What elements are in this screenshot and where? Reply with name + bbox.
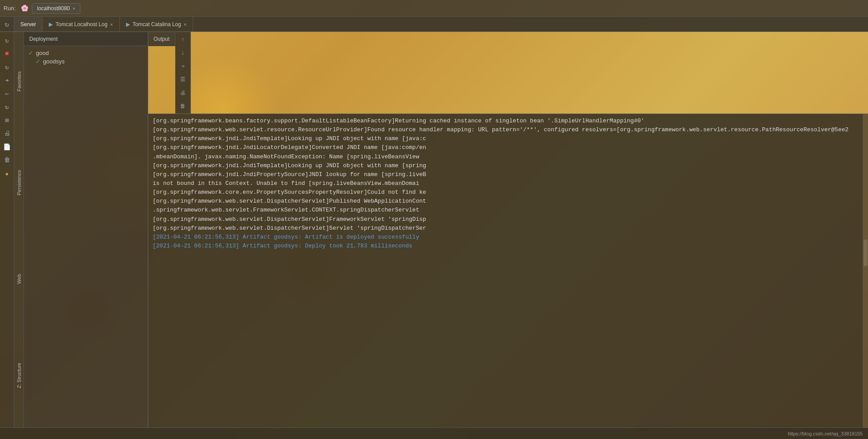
output-header-row: Output ↑ ↓ ⇒ ☰ 🖨 🗑	[148, 32, 868, 114]
icon-pin[interactable]: ★	[1, 168, 13, 179]
status-bar: https://blog.csdn.net/qq_33818155	[0, 427, 868, 439]
log-line: [org.springframework.web.servlet.Dispatc…	[153, 224, 858, 233]
log-line: [org.springframework.web.servlet.Dispatc…	[153, 215, 858, 224]
log-line: .springframework.web.servlet.FrameworkSe…	[153, 206, 858, 215]
out-toolbar-print[interactable]: 🖨	[177, 87, 189, 98]
out-toolbar-wrap[interactable]: ⇒	[177, 60, 189, 72]
left-icons: ↻ ■ ↻ ➜ ⇐ ↻ ⊞ 🖨 📄 🗑 ★	[0, 32, 14, 427]
icon-stop[interactable]: ■	[1, 48, 13, 59]
log-line: is not bound in this Context. Unable to …	[153, 179, 858, 188]
output-panel: Output ↑ ↓ ⇒ ☰ 🖨 🗑 [org.springframework.…	[148, 32, 868, 427]
sidebar-label-structure[interactable]: Z: Structure	[16, 359, 23, 392]
icon-reload[interactable]: ↻	[1, 61, 13, 73]
log-line: [org.springframework.web.servlet.resourc…	[153, 125, 858, 134]
status-text: https://blog.csdn.net/qq_33818155	[788, 431, 863, 436]
scroll-thumb[interactable]	[864, 239, 868, 266]
tab-arrow-icon-1: ▶	[49, 21, 53, 27]
top-bar: Run: 🌸 localhost8080 ×	[0, 0, 868, 17]
sidebar-label-web[interactable]: Web	[16, 270, 23, 287]
out-toolbar-trash[interactable]: 🗑	[177, 100, 189, 112]
log-line: [2021-04-21 06:21:56,313] Artifact goods…	[153, 233, 858, 242]
tab-arrow-icon-2: ▶	[126, 21, 130, 27]
deploy-name-good: good	[36, 50, 49, 56]
deployment-list: ✓ good ✓ goodsys	[24, 46, 148, 68]
run-tab[interactable]: localhost8080 ×	[32, 3, 80, 14]
deployment-panel: Deployment ✓ good ✓ goodsys	[24, 32, 148, 427]
log-line: [org.springframework.jndi.JndiTemplate]L…	[153, 134, 858, 143]
run-tab-close[interactable]: ×	[73, 6, 75, 11]
out-toolbar-down[interactable]: ↓	[177, 47, 189, 59]
log-line: [org.springframework.jndi.JndiPropertySo…	[153, 170, 858, 179]
body-area: ↻ ■ ↻ ➜ ⇐ ↻ ⊞ 🖨 📄 🗑 ★ Favorites Persiste…	[0, 32, 868, 427]
output-label: Output	[154, 36, 170, 42]
log-line: [org.springframework.jndi.JndiLocatorDel…	[153, 143, 858, 152]
log-line: [org.springframework.beans.factory.suppo…	[153, 117, 858, 125]
log-line: [2021-04-21 06:21:56,313] Artifact goods…	[153, 242, 858, 251]
check-icon-good: ✓	[28, 50, 33, 56]
tab-server-label: Server	[20, 21, 36, 27]
tab-tomcat-catalina-label: Tomcat Catalina Log	[133, 21, 181, 27]
tab-tomcat-localhost-log[interactable]: ▶ Tomcat Localhost Log ×	[43, 17, 119, 31]
deployment-header: Deployment	[24, 32, 148, 46]
output-toolbar: ↑ ↓ ⇒ ☰ 🖨 🗑	[175, 32, 191, 114]
icon-grid[interactable]: ⊞	[1, 114, 13, 126]
deployment-label: Deployment	[24, 36, 148, 42]
icon-undeploy[interactable]: ⇐	[1, 88, 13, 99]
icon-print[interactable]: 🖨	[1, 128, 13, 139]
run-tab-title: localhost8080	[37, 5, 70, 12]
run-label: Run:	[4, 5, 16, 12]
refresh-button[interactable]: ↻	[0, 17, 14, 31]
icon-refresh2[interactable]: ↻	[1, 101, 13, 113]
tab-tomcat-catalina-log[interactable]: ▶ Tomcat Catalina Log ×	[120, 17, 193, 31]
icon-refresh[interactable]: ↻	[1, 35, 13, 46]
side-labels: Favorites Persistence Web Z: Structure	[14, 32, 24, 427]
check-icon-goodsys: ✓	[36, 58, 40, 65]
icon-file[interactable]: 📄	[1, 141, 13, 153]
tab-tomcat-catalina-close[interactable]: ×	[184, 22, 186, 27]
scrollbar[interactable]	[863, 114, 868, 427]
tab-server[interactable]: Server	[14, 17, 43, 31]
icon-deploy[interactable]: ➜	[1, 74, 13, 86]
tab-tomcat-localhost-close[interactable]: ×	[110, 22, 113, 27]
log-line: .mbeanDomain]. javax.naming.NameNotFound…	[153, 153, 858, 161]
out-toolbar-up[interactable]: ↑	[177, 34, 189, 45]
log-line: [org.springframework.jndi.JndiTemplate]L…	[153, 161, 858, 170]
log-content[interactable]: [org.springframework.beans.factory.suppo…	[148, 114, 863, 427]
out-toolbar-filter[interactable]: ☰	[177, 74, 189, 85]
deploy-name-goodsys: goodsys	[43, 58, 64, 65]
sidebar-label-favorites[interactable]: Favorites	[16, 68, 23, 95]
deploy-item-good: ✓ good	[28, 50, 143, 56]
output-scroll-container: [org.springframework.beans.factory.suppo…	[148, 114, 868, 427]
sidebar-label-persistence[interactable]: Persistence	[16, 166, 23, 199]
tabs-row: ↻ Server ▶ Tomcat Localhost Log × ▶ Tomc…	[0, 17, 868, 32]
output-header: Output	[148, 32, 175, 46]
tab-tomcat-localhost-label: Tomcat Localhost Log	[55, 21, 107, 27]
deploy-item-goodsys: ✓ goodsys	[28, 58, 143, 65]
log-line: [org.springframework.core.env.PropertySo…	[153, 188, 858, 197]
icon-delete[interactable]: 🗑	[1, 154, 13, 166]
log-line: [org.springframework.web.servlet.Dispatc…	[153, 197, 858, 206]
